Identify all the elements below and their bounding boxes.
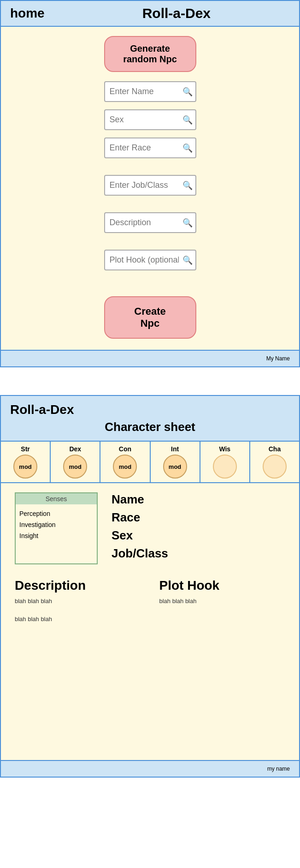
dex-circle: mod <box>63 455 87 479</box>
str-circle: mod <box>13 455 37 479</box>
description-search-icon: 🔍 <box>182 218 193 228</box>
int-label: Int <box>171 445 179 453</box>
char-info: Name Race Sex Job/Class <box>107 492 285 564</box>
char-top: Senses Perception Investigation Insight … <box>15 492 285 564</box>
plot-hook-text: blah blah blah <box>159 597 286 606</box>
name-search-icon: 🔍 <box>182 87 193 97</box>
name-field-wrapper: 🔍 <box>104 81 196 102</box>
wis-label: Wis <box>219 445 230 453</box>
job-search-icon: 🔍 <box>182 180 193 191</box>
page2-title: Roll-a-Dex <box>10 402 290 417</box>
char-bottom: Description blah blah blah blah blah bla… <box>15 578 285 624</box>
senses-list: Perception Investigation Insight <box>16 504 97 545</box>
char-job-label: Job/Class <box>112 546 285 561</box>
cha-circle <box>263 455 287 479</box>
stat-str: Str mod <box>1 442 51 482</box>
stat-dex: Dex mod <box>51 442 100 482</box>
str-label: Str <box>21 445 29 453</box>
generate-random-npc-button[interactable]: Generate random Npc <box>104 36 196 72</box>
stat-con: Con mod <box>100 442 150 482</box>
description-field-wrapper: 🔍 <box>104 212 196 233</box>
wis-circle <box>213 455 237 479</box>
char-description: Description blah blah blah blah blah bla… <box>15 578 141 624</box>
stats-bar: Str mod Dex mod Con mod Int mod <box>1 442 299 483</box>
stat-int: Int mod <box>151 442 200 482</box>
plot-hook-field-wrapper: 🔍 <box>104 250 196 270</box>
int-circle: mod <box>163 455 187 479</box>
page1-title: Roll-a-Dex <box>63 6 290 21</box>
sex-search-icon: 🔍 <box>182 115 193 125</box>
dex-label: Dex <box>69 445 81 453</box>
sex-field-wrapper: 🔍 <box>104 109 196 130</box>
description-text2: blah blah blah <box>15 615 141 624</box>
char-plot-hook: Plot Hook blah blah blah <box>159 578 286 624</box>
race-field-wrapper: 🔍 <box>104 138 196 158</box>
char-name-label: Name <box>112 492 285 507</box>
senses-box: Senses Perception Investigation Insight <box>15 492 98 564</box>
page2-subtitle: Character sheet <box>10 420 290 434</box>
race-search-icon: 🔍 <box>182 143 193 153</box>
page1-main: Generate random Npc 🔍 🔍 🔍 🔍 🔍 🔍 <box>1 27 299 350</box>
stat-wis: Wis <box>200 442 250 482</box>
senses-header: Senses <box>16 493 97 504</box>
page2-header: Roll-a-Dex Character sheet <box>1 396 299 442</box>
senses-perception: Perception <box>19 508 93 519</box>
senses-insight: Insight <box>19 530 93 541</box>
home-link[interactable]: home <box>10 6 45 21</box>
description-text1: blah blah blah <box>15 597 141 606</box>
senses-investigation: Investigation <box>19 519 93 530</box>
page1: home Roll-a-Dex Generate random Npc 🔍 🔍 … <box>0 0 300 367</box>
page2-footer-name: my name <box>267 766 290 772</box>
cha-label: Cha <box>269 445 281 453</box>
page2-footer: my name <box>1 760 299 777</box>
character-section: Senses Perception Investigation Insight … <box>1 483 299 760</box>
description-title: Description <box>15 578 141 593</box>
plot-hook-search-icon: 🔍 <box>182 255 193 265</box>
page1-footer-name: My Name <box>266 355 290 362</box>
plot-hook-title: Plot Hook <box>159 578 286 593</box>
con-circle: mod <box>113 455 137 479</box>
stat-cha: Cha <box>250 442 299 482</box>
page2: Roll-a-Dex Character sheet Str mod Dex m… <box>0 395 300 778</box>
create-npc-button[interactable]: Create Npc <box>104 296 196 339</box>
job-field-wrapper: 🔍 <box>104 175 196 196</box>
con-label: Con <box>119 445 131 453</box>
page1-header: home Roll-a-Dex <box>1 1 299 27</box>
char-race-label: Race <box>112 510 285 525</box>
char-sex-label: Sex <box>112 528 285 543</box>
page1-footer: My Name <box>1 350 299 366</box>
